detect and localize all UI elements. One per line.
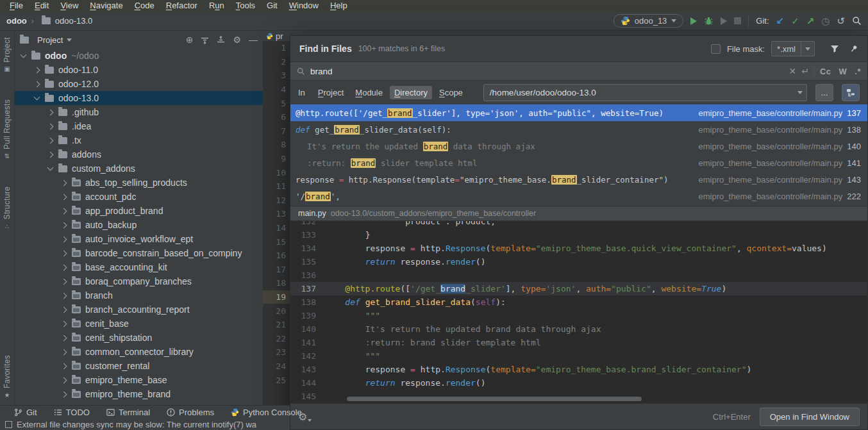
search-field[interactable]: brand ✕ ↵ CcW.* [290, 62, 867, 81]
chevron-collapsed-icon[interactable] [61, 391, 67, 397]
code-line[interactable]: 140 It's return the updated brand data t… [290, 322, 867, 336]
tree-item-account_pdc[interactable]: account_pdc [15, 190, 263, 204]
pin-icon[interactable] [849, 44, 858, 53]
tree-item-.github[interactable]: .github [15, 105, 263, 119]
chevron-collapsed-icon[interactable] [61, 208, 67, 214]
chevron-collapsed-icon[interactable] [47, 109, 54, 115]
menu-navigate[interactable]: Navigate [84, 0, 128, 12]
git-commit-icon[interactable]: ✓ [791, 15, 799, 27]
scope-tab-project[interactable]: Project [313, 86, 348, 99]
editor-tab[interactable]: pr [263, 31, 294, 42]
horizontal-scrollbar[interactable] [347, 397, 642, 401]
scope-tab-scope[interactable]: Scope [435, 86, 467, 99]
code-line[interactable]: 138 def get_brand_slider_data(self): [290, 295, 867, 309]
directory-path-select[interactable]: /home/user/odoo/odoo-13.0 [483, 84, 807, 101]
chevron-collapsed-icon[interactable] [47, 151, 54, 158]
regex-toggle[interactable]: .* [855, 67, 861, 76]
chevron-expanded-icon[interactable] [34, 94, 40, 101]
chevron-collapsed-icon[interactable] [61, 306, 67, 313]
chevron-collapsed-icon[interactable] [61, 363, 67, 369]
code-line[interactable]: 141 :return: brand slider template html [290, 336, 867, 349]
search-result-row[interactable]: :return: brand slider template htmlemipr… [290, 154, 867, 171]
tree-item-custom_addons[interactable]: custom_addons [15, 161, 263, 176]
run-button[interactable] [690, 17, 697, 25]
menu-view[interactable]: View [54, 0, 84, 12]
tree-item-.tx[interactable]: .tx [15, 133, 263, 147]
run-with-coverage-button[interactable] [721, 17, 727, 25]
code-line[interactable]: 134 response = http.Response(template="e… [290, 242, 867, 255]
tree-item-odoo-12.0[interactable]: odoo-12.0 [15, 77, 263, 91]
match-case-toggle[interactable]: Cc [820, 67, 831, 76]
chevron-collapsed-icon[interactable] [61, 292, 67, 299]
tree-item-customer_rental[interactable]: customer_rental [15, 359, 263, 373]
chevron-collapsed-icon[interactable] [61, 179, 67, 186]
menu-help[interactable]: Help [324, 0, 353, 12]
search-result-row[interactable]: It's return the updated brand data throu… [290, 138, 867, 154]
run-configuration-select[interactable]: odoo_13 [613, 14, 684, 28]
stripe-item-favorites[interactable]: Favorites★ [3, 355, 12, 399]
search-result-row[interactable]: '/brand',emipro_theme_base/controller/ma… [290, 188, 867, 204]
chevron-collapsed-icon[interactable] [61, 320, 67, 327]
code-line[interactable]: 142 """ [290, 349, 867, 363]
code-preview[interactable]: 132 product : product,133 }134 response … [290, 221, 867, 403]
chevron-collapsed-icon[interactable] [61, 377, 67, 383]
open-in-find-window-button[interactable]: Open in Find Window [760, 408, 860, 426]
bottom-bar-problems[interactable]: Problems [167, 408, 214, 417]
directory-path-value[interactable]: /home/user/odoo/odoo-13.0 [484, 88, 794, 97]
code-line[interactable]: 132 product : product, [290, 221, 867, 228]
words-toggle[interactable]: W [839, 67, 847, 76]
search-result-row[interactable]: @http.route(['/get_brand_slider'], type=… [290, 104, 867, 121]
tree-item-odoo-11.0[interactable]: odoo-11.0 [15, 63, 263, 77]
code-line[interactable]: 135 return response.render() [290, 255, 867, 269]
browse-directory-button[interactable]: ... [815, 84, 833, 101]
chevron-collapsed-icon[interactable] [61, 335, 67, 341]
chevron-collapsed-icon[interactable] [34, 67, 40, 73]
stripe-item-structure[interactable]: Structure∴ [3, 186, 12, 229]
chevron-collapsed-icon[interactable] [61, 236, 67, 242]
debug-button[interactable] [704, 16, 714, 26]
menu-edit[interactable]: Edit [29, 0, 54, 12]
tree-item-branch_accounting_report[interactable]: branch_accounting_report [15, 302, 263, 317]
chevron-collapsed-icon[interactable] [61, 278, 67, 285]
new-line-icon[interactable]: ↵ [801, 66, 809, 76]
bottom-bar-git[interactable]: Git [14, 408, 37, 417]
tree-item-barcode_constrain_based_on_compiny[interactable]: barcode_constrain_based_on_compiny [15, 246, 263, 260]
hide-panel-icon[interactable]: — [249, 35, 258, 45]
code-line[interactable]: 143 response = http.Response(template="e… [290, 363, 867, 376]
git-push-icon[interactable]: ↗ [806, 15, 815, 27]
chevron-collapsed-icon[interactable] [34, 81, 40, 87]
bottom-bar-todo[interactable]: TODO [54, 408, 90, 417]
scope-tab-directory[interactable]: Directory [390, 86, 432, 99]
tree-item-branch[interactable]: branch [15, 288, 263, 302]
tree-item-base_accounting_kit[interactable]: base_accounting_kit [15, 260, 263, 274]
search-result-row[interactable]: response = http.Response(template="emipr… [290, 171, 867, 188]
file-mask-select[interactable]: *.xml [771, 41, 815, 56]
chevron-collapsed-icon[interactable] [61, 222, 67, 228]
clear-search-icon[interactable]: ✕ [789, 66, 796, 76]
code-line[interactable]: 139 """ [290, 309, 867, 322]
tree-item-cenit_shipstation[interactable]: cenit_shipstation [15, 331, 263, 345]
search-recursively-toggle[interactable] [842, 84, 860, 101]
chevron-collapsed-icon[interactable] [61, 250, 67, 256]
history-clock-icon[interactable]: ◷ [821, 15, 830, 27]
rollback-icon[interactable]: ↺ [837, 15, 845, 27]
file-mask-checkbox[interactable] [711, 44, 721, 54]
breadcrumb-root[interactable]: odoo [6, 16, 27, 26]
tree-item-auto_backup[interactable]: auto_backup [15, 218, 263, 232]
filter-icon[interactable] [830, 44, 839, 53]
chevron-down-icon[interactable] [67, 38, 72, 42]
tree-item-common_connector_library[interactable]: common_connector_library [15, 345, 263, 359]
expand-all-icon[interactable] [201, 36, 209, 44]
settings-gear-icon[interactable]: ⚙ [233, 35, 241, 45]
chevron-collapsed-icon[interactable] [61, 194, 67, 200]
tree-item-app_product_brand[interactable]: app_product_brand [15, 204, 263, 218]
stripe-item-project[interactable]: Project▣ [3, 37, 12, 72]
menu-git[interactable]: Git [261, 0, 283, 12]
stop-button[interactable] [734, 17, 741, 24]
tree-item-boraq_company_branches[interactable]: boraq_company_branches [15, 274, 263, 288]
chevron-collapsed-icon[interactable] [61, 264, 67, 270]
breadcrumb-current[interactable]: odoo-13.0 [55, 16, 93, 26]
search-query[interactable]: brand [310, 67, 783, 76]
stripe-item-pull-requests[interactable]: Pull Requests⇅ [3, 99, 12, 160]
menu-refactor[interactable]: Refactor [160, 0, 203, 12]
